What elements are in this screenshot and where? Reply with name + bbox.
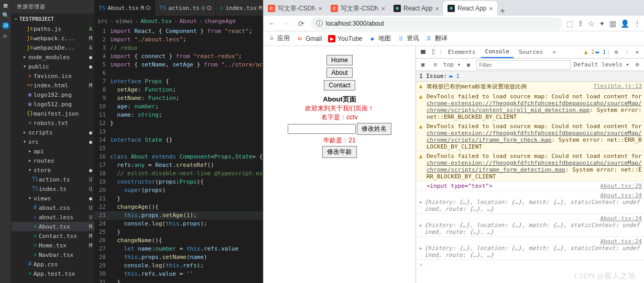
tree-item[interactable]: ▾store●	[12, 165, 94, 175]
devtools-menu-icon[interactable]: ⋮	[622, 49, 631, 55]
tree-item[interactable]: #about.cssU	[12, 203, 94, 212]
crumb[interactable]: About	[179, 18, 197, 25]
tree-item[interactable]: ⚛About.tsxM	[12, 222, 94, 231]
inspect-icon[interactable]: ⯀	[418, 49, 428, 55]
console-output[interactable]: ▲将根据已有的meta标签来设置缩放比例flexible.js:13▲DevTo…	[416, 82, 644, 283]
console-prompt[interactable]: ›	[416, 260, 644, 269]
clear-icon[interactable]: ⊘	[431, 61, 440, 68]
nav-home[interactable]: Home	[326, 55, 353, 65]
star-icon[interactable]: ☆	[588, 19, 595, 28]
bookmark[interactable]: ☰资讯	[397, 34, 419, 43]
crumb[interactable]: views	[116, 18, 133, 25]
scm-badge[interactable]: 30	[2, 22, 9, 29]
console-row[interactable]: ▲DevTools failed to load source map: Cou…	[416, 122, 644, 152]
new-tab-button[interactable]: +	[497, 6, 508, 16]
bookmark[interactable]: ▶YouTube	[328, 35, 362, 42]
breadcrumb[interactable]: src›views›About.tsx›About›changeAge	[94, 16, 263, 26]
console-row[interactable]: ▲DevTools failed to load source map: Cou…	[416, 92, 644, 122]
qr-icon[interactable]: ⬚	[566, 19, 573, 28]
change-name-button[interactable]: 修改姓名	[357, 123, 391, 135]
filter-input[interactable]	[476, 60, 571, 70]
nav-contact[interactable]: Contact	[324, 80, 355, 90]
tree-item[interactable]: TSaction.tsU	[12, 175, 94, 184]
code-editor[interactable]: 1import React, { Component } from "react…	[94, 26, 263, 283]
bookmark[interactable]: ⠿应用	[268, 34, 290, 43]
address-bar[interactable]: ⓘ localhost:3000/about	[311, 17, 562, 30]
browser-tab[interactable]: C写文章-CSDN博×	[264, 1, 326, 16]
levels-selector[interactable]: Default levels ▾	[574, 61, 629, 68]
tree-item[interactable]: jswebpack.c...M	[12, 33, 94, 43]
menu-icon[interactable]: ⋮	[634, 19, 641, 28]
sidebar-toggle-icon[interactable]: ▣	[418, 61, 428, 68]
crumb[interactable]: About.tsx	[140, 18, 172, 25]
files-icon[interactable]: ▤	[4, 2, 7, 9]
device-icon[interactable]: ⌷	[429, 49, 438, 55]
tree-item[interactable]: TSindex.tsU	[12, 184, 94, 194]
close-tab-icon[interactable]: ×	[318, 5, 322, 13]
settings-icon[interactable]: ⚙	[632, 61, 642, 68]
close-tab-icon[interactable]: ×	[381, 5, 385, 13]
project-header[interactable]: ▾ TESTPROJECT	[12, 14, 94, 24]
tab-console[interactable]: Console	[481, 46, 514, 58]
gear-icon[interactable]: ⚙	[612, 49, 621, 55]
console-row[interactable]: About.tsx:24▸{history: {…}, location: {……	[416, 237, 644, 260]
editor-tab[interactable]: TSAbout.tsxM	[94, 0, 155, 16]
extensions-icon[interactable]: ✦	[599, 19, 605, 28]
tree-item[interactable]: ▣logo512.png	[12, 99, 94, 109]
tree-item[interactable]: #App.css	[12, 259, 94, 269]
close-tab-icon[interactable]: ×	[435, 5, 439, 13]
forward-button[interactable]: →	[281, 19, 292, 28]
close-tab-icon[interactable]: ×	[489, 5, 493, 13]
console-row[interactable]: ▲DevTools failed to load source map: Cou…	[416, 152, 644, 182]
tree-item[interactable]: ▸routes	[12, 156, 94, 165]
tree-item[interactable]: ▸api	[12, 146, 94, 156]
tree-item[interactable]: ◆about.lessU	[12, 212, 94, 222]
browser-tab[interactable]: ⚛React App×	[389, 1, 443, 16]
debug-icon[interactable]: ▷	[4, 32, 7, 39]
message-badge[interactable]: ▬ 1	[596, 49, 606, 55]
bookmark[interactable]: ◆地图	[369, 34, 391, 43]
bookmark[interactable]: 文翻译	[425, 34, 447, 43]
tree-item[interactable]: ▸node_modules●	[12, 52, 94, 62]
bookmark[interactable]: MGmail	[296, 35, 322, 42]
search-icon[interactable]: 🔍	[2, 12, 9, 19]
tree-item[interactable]: jswebpackDe...A	[12, 43, 94, 52]
tab-sources[interactable]: Sources	[515, 46, 547, 58]
tree-item[interactable]: ⚛Home.tsxM	[12, 241, 94, 250]
tree-item[interactable]: ★favicon.ico	[12, 71, 94, 81]
change-age-button[interactable]: 修改年龄	[322, 146, 357, 158]
share-icon[interactable]: ⇪	[577, 19, 584, 28]
tree-item[interactable]: jspaths.jsA	[12, 24, 94, 33]
tree-item[interactable]: {}manifest.json	[12, 109, 94, 118]
tree-item[interactable]: ▣logo192.png	[12, 90, 94, 99]
sidepanel-icon[interactable]: ▥	[609, 19, 616, 28]
crumb[interactable]: changeAge	[204, 18, 236, 25]
editor-tab[interactable]: TSaction.tsU	[155, 0, 216, 16]
tree-item[interactable]: ⚛Navbar.tsx	[12, 250, 94, 259]
close-icon[interactable]: ✕	[632, 49, 642, 55]
tree-item[interactable]: ▾src●	[12, 137, 94, 146]
tree-item[interactable]: <>index.htmlM	[12, 81, 94, 90]
context-selector[interactable]: top ▾	[443, 61, 461, 68]
tree-item[interactable]: ⚛App.test.tsx	[12, 269, 94, 278]
tree-item[interactable]: ≡robots.txt	[12, 118, 94, 128]
console-row[interactable]: <input type="text">About.tsx:29	[416, 182, 644, 191]
tree-item[interactable]: ▾public●	[12, 62, 94, 71]
back-button[interactable]: ←	[267, 19, 277, 28]
tab-elements[interactable]: Elements	[444, 46, 480, 58]
profile-icon[interactable]: 👤	[620, 19, 629, 28]
eye-icon[interactable]: ◉	[464, 61, 473, 68]
info-icon[interactable]: ⓘ	[316, 19, 323, 28]
reload-button[interactable]: ⟳	[296, 19, 307, 28]
issues-bar[interactable]: 1 Issue: ▬ 1	[416, 71, 644, 82]
browser-tab[interactable]: ⚛React App×	[443, 1, 497, 16]
nav-about[interactable]: About	[326, 67, 352, 78]
tree-item[interactable]: ⚛Contact.tsxM	[12, 231, 94, 241]
browser-tab[interactable]: C写文章-CSDN博×	[326, 1, 389, 16]
console-row[interactable]: ▲将根据已有的meta标签来设置缩放比例flexible.js:13	[416, 82, 644, 92]
name-input[interactable]	[288, 124, 356, 134]
tab-more[interactable]: »	[548, 46, 560, 58]
tree-item[interactable]: ▸scripts●	[12, 128, 94, 137]
tree-item[interactable]: ▾views●	[12, 194, 94, 203]
console-row[interactable]: About.tsx:24▸{history: {…}, location: {……	[416, 214, 644, 237]
